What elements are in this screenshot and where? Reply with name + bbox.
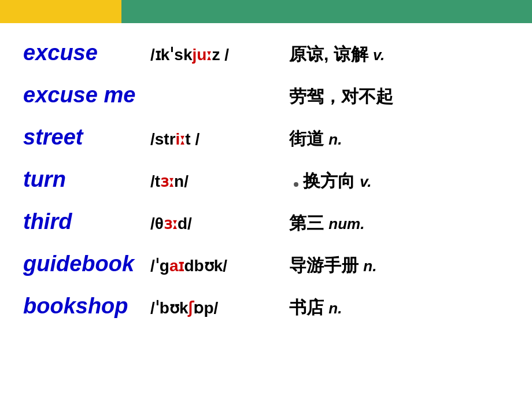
vocab-word: excuse <box>23 40 150 65</box>
vocab-row: third/θɜːd/第三 num. <box>23 209 520 235</box>
vocab-row: street/striːt /街道 n. <box>23 125 520 151</box>
vocab-meaning: 原谅, 谅解 v. <box>289 43 385 66</box>
vocab-word: turn <box>23 167 150 192</box>
vocab-word: street <box>23 125 150 150</box>
vocab-meaning: 街道 n. <box>289 127 342 151</box>
vocab-row: turn/tɜːn/换方向 v. <box>23 167 520 193</box>
vocab-row: bookshop/ˈbʊkʃɒp/书店 n. <box>23 294 520 320</box>
vocab-meaning: 劳驾，对不起 <box>289 85 393 109</box>
vocab-meaning: 第三 num. <box>289 212 364 235</box>
vocab-word: excuse me <box>23 83 150 108</box>
vocab-pos: num. <box>328 215 364 232</box>
vocab-pos: n. <box>328 300 342 317</box>
vocab-pos: n. <box>363 257 376 275</box>
vocab-row: guidebook/ˈgaɪdbʊk/导游手册 n. <box>23 252 520 278</box>
vocab-word: bookshop <box>23 294 150 319</box>
vocab-word: guidebook <box>23 252 150 276</box>
vocab-pos: n. <box>328 131 342 148</box>
vocab-phonetic: /ɪkˈskjuːz / <box>150 45 289 64</box>
vocab-phonetic: /tɜːn/ <box>150 172 289 191</box>
vocab-phonetic: /θɜːd/ <box>150 214 289 233</box>
vocab-pos: v. <box>373 46 385 64</box>
vocab-meaning: 换方向 v. <box>303 169 372 193</box>
vocab-phonetic: /striːt / <box>150 130 289 149</box>
vocab-row: excuse/ɪkˈskjuːz /原谅, 谅解 v. <box>23 40 520 66</box>
vocab-meaning: 书店 n. <box>289 296 342 320</box>
vocab-content: excuse/ɪkˈskjuːz /原谅, 谅解 v.excuse me劳驾，对… <box>23 40 520 336</box>
vocab-row: excuse me劳驾，对不起 <box>23 83 520 109</box>
top-bar-yellow <box>0 0 121 23</box>
vocab-phonetic: /ˈgaɪdbʊk/ <box>150 256 289 275</box>
vocab-word: third <box>23 209 150 234</box>
vocab-phonetic: /ˈbʊkʃɒp/ <box>150 298 289 317</box>
vocab-meaning: 导游手册 n. <box>289 254 376 278</box>
vocab-pos: v. <box>360 173 371 190</box>
separator-dot <box>294 182 298 187</box>
